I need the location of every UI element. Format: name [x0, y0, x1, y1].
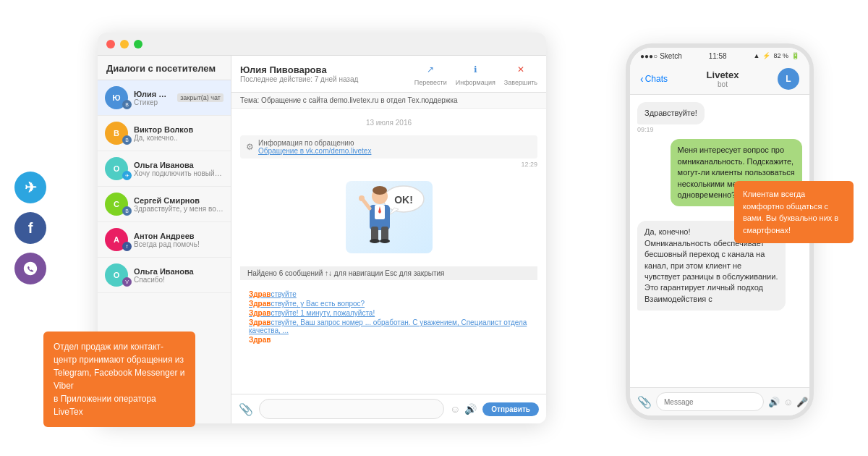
sidebar-channel-viber-5: V: [122, 277, 132, 287]
social-icons-panel: ✈ f: [14, 172, 46, 284]
svg-point-12: [370, 239, 380, 243]
chat-last-action: Последнее действие: 7 дней назад: [240, 75, 358, 83]
phone-attach-icon[interactable]: 📎: [637, 395, 652, 409]
phone-back-button[interactable]: ‹ Chats: [640, 73, 668, 85]
sidebar-item-3[interactable]: С В Сергей Смирнов Здравствуйте, у меня …: [98, 187, 231, 222]
sidebar-channel-fb-4: f: [122, 242, 132, 251]
info-label: Информация: [456, 79, 495, 86]
sidebar-name-0: Юлия Пивоварова: [134, 90, 171, 98]
back-chevron-icon: ‹: [640, 73, 644, 85]
search-result-0[interactable]: Здравствуйте: [249, 290, 529, 298]
phone-title: Livetex bot: [673, 69, 772, 88]
sidebar-item-0[interactable]: Ю В Юлия Пивоварова Стикер закрыт(а) чат: [98, 80, 231, 116]
attach-icon[interactable]: 📎: [239, 402, 253, 416]
phone-mic-icon[interactable]: 🎤: [796, 397, 808, 408]
sidebar-info-4: Антон Андреев Всегда рад помочь!: [134, 232, 224, 248]
sticker-image: OK!: [346, 181, 433, 253]
search-suffix-1: ствуйте, у Вас есть вопрос?: [271, 300, 365, 308]
chat-main: Юлия Пивоварова Последнее действие: 7 дн…: [231, 56, 546, 423]
window-minimize-dot[interactable]: [120, 40, 129, 48]
phone-sticker-icon[interactable]: 🔊: [768, 397, 780, 408]
phone-bubble-0: Здравствуйте!: [637, 102, 705, 124]
footer-icons: ☺ 🔊: [450, 403, 477, 415]
sidebar-item-2[interactable]: О ✈ Ольга Иванова Хочу подключить новый …: [98, 151, 231, 187]
info-icon: ℹ: [467, 62, 483, 77]
sidebar-item-1[interactable]: В В Виктор Волков Да, конечно..: [98, 116, 231, 151]
sidebar-info-1: Виктор Волков Да, конечно..: [134, 125, 224, 142]
close-icon: ✕: [513, 62, 529, 77]
send-button[interactable]: Отправить: [482, 402, 539, 416]
sidebar-info-2: Ольга Иванова Хочу подключить новый паке…: [134, 161, 224, 177]
sidebar-info-3: Сергей Смирнов Здравствуйте, у меня вопр…: [134, 196, 224, 213]
phone-emoji-icon[interactable]: ☺: [783, 397, 793, 408]
sidebar-channel-telegram-2: ✈: [122, 171, 132, 180]
chat-header-actions: ↗ Перевести ℹ Информация ✕ Завершить: [414, 62, 537, 86]
svg-text:OK!: OK!: [394, 194, 413, 206]
search-results: Здравствуйте Здравствуйте, у Вас есть во…: [240, 286, 537, 348]
forward-label: Перевести: [414, 79, 447, 86]
sidebar-channel-vk-3: В: [122, 206, 132, 216]
info-box: Отдел продаж или контакт-центр принимают…: [43, 332, 195, 427]
sidebar-channel-vk-0: В: [122, 100, 132, 109]
sidebar-name-2: Ольга Иванова: [134, 161, 224, 169]
sticker-area: OK!: [240, 174, 537, 261]
info-block-icon: ⚙: [246, 142, 254, 152]
phone-battery-icon: 🔋: [791, 52, 799, 59]
forward-button[interactable]: ↗ Перевести: [414, 62, 447, 86]
sidebar-preview-2: Хочу подключить новый пакет услуг: [134, 169, 224, 177]
info-block: ⚙ Информация по обращению Обращение в vk…: [240, 135, 537, 159]
info-button[interactable]: ℹ Информация: [456, 62, 495, 86]
chat-header: Юлия Пивоварова Последнее действие: 7 дн…: [231, 56, 546, 93]
window-maximize-dot[interactable]: [134, 40, 142, 48]
sidebar-preview-3: Здравствуйте, у меня вопрос: [134, 205, 224, 213]
sidebar-preview-1: Да, конечно..: [134, 134, 224, 142]
svg-point-4: [373, 186, 387, 195]
search-highlight-0: Здрав: [249, 290, 271, 298]
search-result-2[interactable]: Здравствуйте! 1 минуту, пожалуйста!: [249, 309, 529, 317]
audio-icon[interactable]: 🔊: [464, 403, 477, 415]
phone-footer: 📎 🔊 ☺ 🎤: [630, 387, 809, 415]
sidebar-header: Диалоги с посетителем: [98, 56, 231, 80]
viber-icon[interactable]: [14, 253, 46, 284]
info-block-content: Информация по обращению Обращение в vk.c…: [258, 139, 371, 155]
phone-title-main: Livetex: [673, 69, 772, 80]
phone-status-bar: ●●●○ Sketch 11:58 ▲ ⚡ 82 % 🔋: [630, 48, 809, 64]
phone-dots: ●●●○: [640, 52, 658, 60]
sidebar-badge-0: закрыт(а) чат: [177, 93, 224, 102]
window-close-dot[interactable]: [106, 40, 115, 48]
sidebar-info-5: Ольга Иванова Спасибо!: [134, 267, 224, 284]
phone-carrier: Sketch: [660, 52, 682, 60]
phone-bluetooth-icon: ⚡: [762, 52, 770, 59]
chat-header-left: Юлия Пивоварова Последнее действие: 7 дн…: [240, 64, 358, 83]
phone-msg-time-0: 09:19: [637, 126, 654, 133]
search-suffix-0: ствуйте: [271, 290, 296, 298]
search-result-3[interactable]: Здравствуйте, Ваш запрос номер ... обраб…: [249, 318, 529, 334]
close-chat-button[interactable]: ✕ Завершить: [504, 62, 537, 86]
sidebar-item-4[interactable]: А f Антон Андреев Всегда рад помочь!: [98, 222, 231, 258]
search-bar-text: Найдено 6 сообщений ↑↓ для навигации Esc…: [247, 269, 445, 277]
chat-messages: 13 июля 2016 ⚙ Информация по обращению О…: [231, 109, 546, 394]
sidebar-name-4: Антон Андреев: [134, 232, 224, 240]
emoji-icon[interactable]: ☺: [450, 403, 460, 415]
message-input[interactable]: [259, 399, 444, 419]
search-result-4: Здрав: [249, 336, 529, 344]
chat-footer: 📎 ☺ 🔊 Отправить: [231, 394, 546, 423]
chat-topic-bar: Тема: Обращение с сайта demo.livetex.ru …: [231, 93, 546, 109]
search-result-1[interactable]: Здравствуйте, у Вас есть вопрос?: [249, 300, 529, 308]
phone-avatar[interactable]: L: [778, 68, 799, 90]
phone-message-input[interactable]: [656, 392, 764, 411]
facebook-icon[interactable]: f: [14, 212, 46, 244]
svg-point-13: [380, 239, 390, 243]
phone-status-left: ●●●○ Sketch: [640, 52, 682, 60]
sidebar-preview-0: Стикер: [134, 98, 171, 106]
sidebar-item-5[interactable]: О V Ольга Иванова Спасибо!: [98, 258, 231, 293]
search-highlight-1: Здрав: [249, 300, 271, 308]
forward-icon: ↗: [422, 62, 438, 77]
phone-time: 11:58: [709, 52, 727, 60]
tooltip-box: Клиентам всегда комфортно общаться с вам…: [734, 181, 854, 243]
sidebar-name-1: Виктор Волков: [134, 125, 224, 134]
info-block-link[interactable]: Обращение в vk.com/demo.livetex: [258, 147, 371, 155]
telegram-icon[interactable]: ✈: [14, 172, 46, 203]
sidebar-preview-5: Спасибо!: [134, 276, 224, 284]
window-titlebar: [98, 33, 546, 56]
